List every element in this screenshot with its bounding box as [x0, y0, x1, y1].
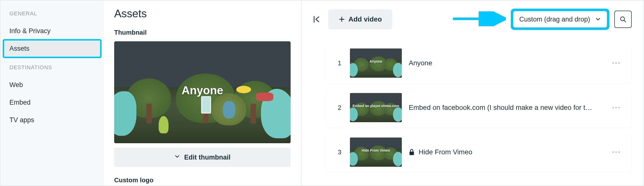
sidebar-item-tv-apps[interactable]: TV apps	[4, 111, 101, 129]
top-bar: Add video Custom (drag and drop)	[311, 10, 632, 29]
svg-point-8	[618, 107, 620, 108]
search-icon	[619, 16, 627, 23]
sort-dropdown[interactable]: Custom (drag and drop)	[513, 11, 608, 28]
svg-point-6	[612, 107, 614, 108]
svg-point-5	[618, 62, 620, 64]
page-title: Assets	[114, 8, 290, 20]
sidebar: GENERAL Info & Privacy Assets DESTINATIO…	[0, 1, 104, 185]
svg-point-4	[615, 62, 617, 64]
chevron-down-icon	[174, 154, 180, 161]
add-video-button[interactable]: Add video	[328, 10, 392, 29]
svg-point-3	[612, 62, 614, 64]
more-horizontal-icon	[612, 151, 620, 153]
more-horizontal-icon	[612, 106, 620, 109]
edit-thumbnail-button[interactable]: Edit thumbnail	[114, 148, 290, 167]
row-index: 2	[336, 104, 343, 112]
row-more-button[interactable]	[610, 58, 623, 68]
video-thumbnail: Anyone	[350, 49, 402, 78]
svg-line-2	[624, 20, 626, 22]
plus-icon	[338, 16, 345, 23]
collapse-panel-button[interactable]	[311, 14, 321, 24]
sidebar-group-destinations: DESTINATIONS	[10, 64, 95, 71]
row-index: 3	[336, 148, 343, 156]
sidebar-item-info-privacy[interactable]: Info & Privacy	[4, 22, 101, 40]
thumbnail-overlay-title: Anyone	[182, 84, 224, 97]
thumbnail-preview: Anyone	[114, 41, 290, 143]
svg-rect-9	[410, 152, 414, 155]
callout-arrow	[452, 11, 506, 27]
edit-thumbnail-label: Edit thumbnail	[184, 154, 230, 161]
search-button[interactable]	[614, 11, 632, 28]
video-row[interactable]: 3 Hide From Vimeo Hide From Vimeo	[326, 132, 632, 172]
video-row[interactable]: 1 Anyone Anyone	[326, 43, 632, 83]
video-list-panel: Add video Custom (drag and drop) 1	[302, 1, 644, 185]
sort-dropdown-label: Custom (drag and drop)	[519, 16, 590, 23]
chevron-down-icon	[595, 16, 601, 22]
custom-logo-section-label: Custom logo	[114, 176, 290, 184]
sidebar-item-web[interactable]: Web	[4, 76, 101, 94]
row-more-button[interactable]	[610, 147, 623, 157]
video-thumbnail: Hide From Vimeo	[350, 137, 402, 167]
svg-point-10	[612, 151, 614, 153]
collapse-left-icon	[312, 15, 321, 24]
sidebar-group-general: GENERAL	[10, 10, 95, 17]
row-index: 1	[336, 59, 343, 67]
thumbnail-section-label: Thumbnail	[114, 29, 290, 36]
svg-point-11	[615, 151, 617, 153]
svg-point-7	[615, 107, 617, 108]
sidebar-item-assets[interactable]: Assets	[4, 40, 101, 57]
sidebar-item-embed[interactable]: Embed	[4, 94, 101, 111]
svg-point-12	[618, 151, 620, 153]
video-title: Anyone	[409, 59, 602, 67]
video-list: 1 Anyone Anyone 2 Embed on	[311, 43, 632, 172]
assets-panel: Assets Thumbnail Anyone Edit thumbnail C…	[104, 1, 302, 185]
video-title: Hide From Vimeo	[409, 148, 602, 156]
lock-icon	[409, 149, 415, 155]
row-more-button[interactable]	[610, 103, 623, 112]
add-video-label: Add video	[348, 15, 382, 23]
more-horizontal-icon	[612, 62, 620, 64]
video-row[interactable]: 2 Embed on player.vimeo.com Embed on fac…	[326, 88, 632, 128]
video-thumbnail: Embed on player.vimeo.com	[350, 93, 402, 122]
video-title: Embed on facebook.com (I should make a n…	[409, 104, 602, 112]
